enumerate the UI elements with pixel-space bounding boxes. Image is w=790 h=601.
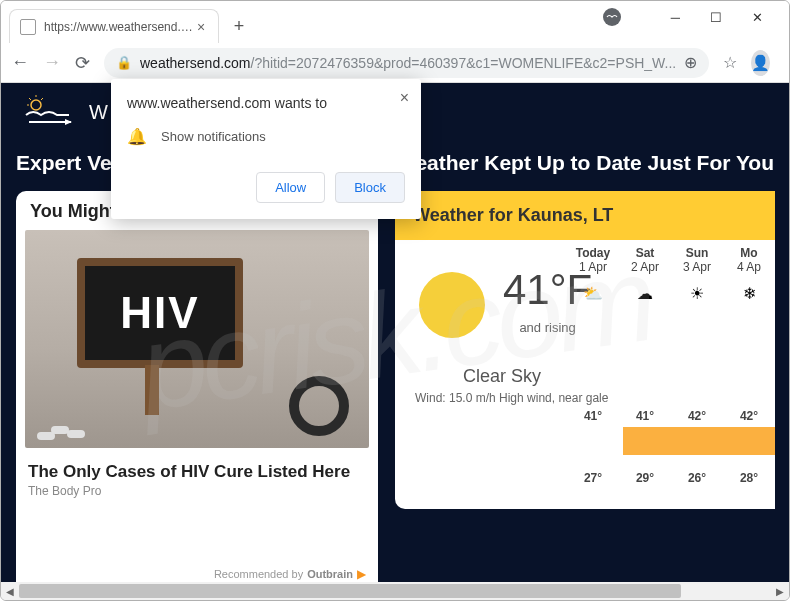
back-button[interactable]: ← [11,52,29,73]
hero-left-text: Expert Ve [16,151,112,175]
minimize-button[interactable]: ─ [671,10,680,25]
forecast-day[interactable]: Sun3 Apr☀ [671,246,723,312]
forecast-day[interactable]: Sat2 Apr☁ [619,246,671,312]
forward-button[interactable]: → [43,52,61,73]
ad-source: The Body Pro [16,484,378,498]
hi-temp: 42° [671,409,723,423]
close-popup-icon[interactable]: × [400,89,409,107]
lo-temp: 28° [723,471,775,485]
scroll-left-icon[interactable]: ◀ [1,582,19,600]
recommended-by[interactable]: Recommended by Outbrain ▶ [214,567,366,581]
forecast-day[interactable]: Mo4 Ap❄ [723,246,775,312]
address-bar[interactable]: 🔒 weathersend.com/?hitid=2072476359&prod… [104,48,709,78]
hi-temp: 42° [723,409,775,423]
chalk-text: HIV [120,288,199,338]
notification-permission-popup: × www.weathersend.com wants to 🔔 Show no… [111,79,421,219]
reload-button[interactable]: ⟳ [75,52,90,74]
chalkboard: HIV [77,258,243,368]
ad-headline[interactable]: The Only Cases of HIV Cure Listed Here [16,448,378,484]
svg-point-0 [31,100,41,110]
star-icon[interactable]: ☆ [723,53,737,72]
allow-button[interactable]: Allow [256,172,325,203]
bell-icon: 🔔 [127,127,147,146]
hi-temp: 41° [567,409,619,423]
wind-text: Wind: 15.0 m/h High wind, near gale [415,391,775,405]
outbrain-brand: Outbrain [307,568,353,580]
profile-avatar[interactable]: 👤 [751,50,770,76]
browser-tab[interactable]: https://www.weathersend.com/? × [9,9,219,43]
temp-band [623,427,775,455]
stethoscope-icon [219,356,349,436]
block-button[interactable]: Block [335,172,405,203]
sky-condition: Clear Sky [463,366,775,387]
svg-line-3 [29,98,31,100]
menu-icon[interactable]: ⋮ [784,53,790,72]
scroll-right-icon[interactable]: ▶ [771,582,789,600]
ad-image[interactable]: HIV [25,230,369,448]
popup-message: Show notifications [161,129,266,144]
forecast-row: Today1 Apr⛅Sat2 Apr☁Sun3 Apr☀Mo4 Ap❄ [567,246,775,312]
weather-card: Weather for Kaunas, LT 41°F and rising T… [395,191,775,509]
lock-icon: 🔒 [116,55,132,70]
site-logo[interactable]: W [21,95,108,130]
hi-temp: 41° [619,409,671,423]
hi-temps-row: 41°41°42°42° [567,409,775,423]
maximize-button[interactable]: ☐ [710,10,722,25]
close-tab-icon[interactable]: × [194,19,208,35]
related-card: You Might Also Like HIV The Only Cases o… [16,191,378,582]
lo-temp: 29° [619,471,671,485]
incognito-icon[interactable] [603,8,621,26]
close-window-button[interactable]: ✕ [752,10,763,25]
tab-favicon [20,19,36,35]
horizontal-scrollbar[interactable]: ◀ ▶ [1,582,789,600]
browser-toolbar: ← → ⟳ 🔒 weathersend.com/?hitid=207247635… [1,43,789,83]
lo-temp: 26° [671,471,723,485]
svg-line-4 [41,98,43,100]
popup-origin: www.weathersend.com wants to [127,95,405,111]
temp-trend: and rising [503,320,592,335]
window-titlebar: https://www.weathersend.com/? × + ─ ☐ ✕ [1,1,789,43]
outbrain-arrow-icon: ▶ [357,567,366,581]
lo-temp: 27° [567,471,619,485]
url-text: weathersend.com/?hitid=2072476359&prod=4… [140,55,676,71]
forecast-day[interactable]: Today1 Apr⛅ [567,246,619,312]
hero-right-text: Weather Kept Up to Date Just For You [396,151,774,175]
logo-text: W [89,101,108,124]
sun-icon [419,272,485,338]
weather-header: Weather for Kaunas, LT [395,191,775,240]
lo-temps-row: 27°29°26°28° [567,471,775,485]
new-tab-button[interactable]: + [225,12,253,40]
tab-title: https://www.weathersend.com/? [44,20,194,34]
zoom-icon[interactable]: ⊕ [684,53,697,72]
weather-logo-icon [21,95,81,130]
scroll-thumb[interactable] [19,584,681,598]
